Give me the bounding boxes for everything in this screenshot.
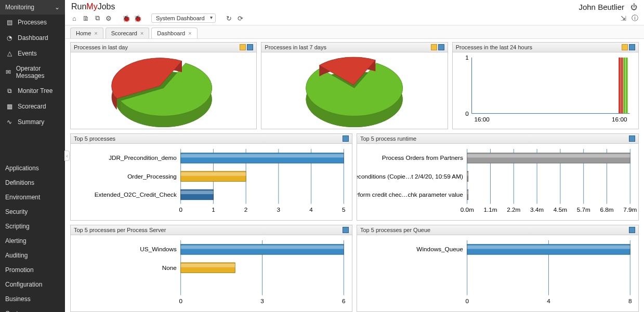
panel-action-icon[interactable] xyxy=(622,44,628,50)
sidebar-group-applications[interactable]: Applications xyxy=(0,161,65,175)
messages-icon: ✉ xyxy=(5,68,12,76)
svg-text:3: 3 xyxy=(277,206,281,213)
svg-text:3: 3 xyxy=(260,297,264,304)
panel-action-icon[interactable] xyxy=(629,227,635,233)
tab-home[interactable]: Home × xyxy=(70,28,103,38)
sidebar-group-security[interactable]: Security xyxy=(0,205,65,219)
tree-icon: ⧉ xyxy=(5,87,14,95)
events-icon: △ xyxy=(5,49,14,58)
refresh-icon[interactable]: ↻ xyxy=(225,14,233,22)
svg-rect-8 xyxy=(619,58,621,114)
help-icon[interactable]: ⓘ xyxy=(630,14,639,22)
new-icon[interactable]: 🗎 xyxy=(82,14,90,22)
panel-action-icon[interactable] xyxy=(240,44,246,50)
sidebar-group-definitions[interactable]: Definitions xyxy=(0,175,65,190)
svg-text:JDR_Precondition_demo: JDR_Precondition_demo xyxy=(109,154,177,161)
sidebar-group-configuration[interactable]: Configuration xyxy=(0,277,65,292)
bug-blue-icon[interactable]: 🐞 xyxy=(134,14,142,22)
panel-title: Processes in last 7 days xyxy=(265,44,326,50)
sidebar-item-label: Summary xyxy=(18,118,44,126)
chevron-down-icon: ⌄ xyxy=(55,4,60,11)
panel-title: Top 5 processes per Queue xyxy=(360,227,430,233)
panel-action-icon[interactable] xyxy=(343,135,349,142)
panel-title: Processes in the last 24 hours xyxy=(456,44,532,50)
svg-text:0: 0 xyxy=(465,297,469,304)
pie-chart xyxy=(71,52,256,129)
copy-icon[interactable]: ⧉ xyxy=(93,14,101,22)
sidebar-group-promotion[interactable]: Promotion xyxy=(0,263,65,277)
bar-chart: 048Windows_Queue xyxy=(357,235,638,311)
panel-action-icon[interactable] xyxy=(343,227,349,233)
panel-title: Top 5 processes per Process Server xyxy=(74,227,166,233)
home-icon[interactable]: ⌂ xyxy=(70,14,78,22)
sidebar: Monitoring ⌄ ▤ Processes ◔ Dashboard △ E… xyxy=(0,0,65,312)
bug-red-icon[interactable]: 🐞 xyxy=(122,14,130,22)
panel-top-5-processes-per-queue: Top 5 processes per Queue 048Windows_Que… xyxy=(357,225,639,312)
svg-text:6.8m: 6.8m xyxy=(600,206,613,213)
gear-icon[interactable]: ⚙ xyxy=(104,14,113,22)
panel-processes-last-24-hours: Processes in the last 24 hours 0116:0016… xyxy=(452,42,639,129)
bar-chart: 0116:0016:00 xyxy=(453,52,638,129)
sidebar-group-alerting[interactable]: Alerting xyxy=(0,234,65,248)
sidebar-section-header[interactable]: Monitoring ⌄ xyxy=(0,0,65,15)
pie-chart xyxy=(261,52,447,129)
sidebar-group-business[interactable]: Business xyxy=(0,292,65,306)
tab-scorecard[interactable]: Scorecard × xyxy=(106,28,150,38)
svg-text:2.2m: 2.2m xyxy=(507,206,520,213)
sidebar-collapse-handle[interactable]: ‹ xyxy=(64,151,70,161)
close-icon[interactable]: × xyxy=(188,30,191,36)
svg-rect-53 xyxy=(467,172,468,176)
sidebar-item-summary[interactable]: ∿ Summary xyxy=(0,114,65,130)
svg-text:6: 6 xyxy=(342,297,346,304)
close-icon[interactable]: × xyxy=(140,30,143,36)
sidebar-item-events[interactable]: △ Events xyxy=(0,46,65,61)
power-icon[interactable]: ⏻ xyxy=(629,3,638,11)
svg-text:Preconditions (Copie…t 2/4/20,: Preconditions (Copie…t 2/4/20, 10:59 AM) xyxy=(357,173,463,180)
sidebar-item-dashboard[interactable]: ◔ Dashboard xyxy=(0,30,65,46)
panel-action-icon[interactable] xyxy=(431,44,437,50)
svg-text:1: 1 xyxy=(465,54,469,61)
svg-text:0: 0 xyxy=(465,110,469,117)
dashboard-icon: ◔ xyxy=(5,34,14,42)
panel-action-icon[interactable] xyxy=(629,44,635,50)
sidebar-item-scorecard[interactable]: ▦ Scorecard xyxy=(0,99,65,114)
sidebar-group-auditing[interactable]: Auditing xyxy=(0,248,65,263)
svg-rect-9 xyxy=(621,58,623,114)
panel-processes-last-7-days: Processes in last 7 days xyxy=(261,42,448,129)
sidebar-item-operator-messages[interactable]: ✉ Operator Messages xyxy=(0,61,65,83)
svg-text:16:00: 16:00 xyxy=(612,116,627,123)
svg-rect-31 xyxy=(181,191,214,194)
panel-top-5-process-runtime: Top 5 process runtime 0.0m1.1m2.2m3.4m4.… xyxy=(357,133,639,221)
tab-dashboard[interactable]: Dashboard × xyxy=(151,28,197,38)
svg-text:3.4m: 3.4m xyxy=(530,206,544,213)
sidebar-item-label: Processes xyxy=(18,19,47,26)
panel-top-5-processes: Top 5 processes 012345JDR_Precondition_d… xyxy=(70,133,352,221)
svg-rect-10 xyxy=(623,58,625,114)
sidebar-item-processes[interactable]: ▤ Processes xyxy=(0,15,65,30)
sidebar-group-environment[interactable]: Environment xyxy=(0,190,65,205)
svg-text:7.9m: 7.9m xyxy=(623,206,637,213)
sidebar-section-label: Monitoring xyxy=(5,4,34,11)
svg-text:1.1m: 1.1m xyxy=(483,206,497,213)
svg-text:2: 2 xyxy=(244,206,248,213)
sidebar-item-monitor-tree[interactable]: ⧉ Monitor Tree xyxy=(0,83,65,99)
auto-refresh-icon[interactable]: ⟳ xyxy=(236,14,245,22)
sidebar-group-custom[interactable]: Custom xyxy=(0,306,65,312)
scorecard-icon: ▦ xyxy=(5,102,14,111)
svg-text:Perform credit chec…chk parame: Perform credit chec…chk parameter value xyxy=(357,191,463,198)
svg-text:Windows_Queue: Windows_Queue xyxy=(416,246,463,252)
dashboard-select[interactable]: System Dashboard xyxy=(151,13,216,23)
svg-text:8: 8 xyxy=(628,297,632,304)
svg-text:0: 0 xyxy=(179,206,182,213)
panel-action-icon[interactable] xyxy=(629,135,635,142)
svg-text:4: 4 xyxy=(547,297,550,304)
close-icon[interactable]: × xyxy=(94,30,97,36)
svg-text:4: 4 xyxy=(309,206,313,213)
svg-text:16:00: 16:00 xyxy=(474,116,490,123)
panel-action-icon[interactable] xyxy=(438,44,444,50)
export-icon[interactable]: ⇲ xyxy=(619,14,627,22)
panel-action-icon[interactable] xyxy=(247,44,253,50)
sidebar-group-scripting[interactable]: Scripting xyxy=(0,219,65,234)
svg-rect-77 xyxy=(467,246,630,249)
svg-text:0: 0 xyxy=(179,297,182,304)
